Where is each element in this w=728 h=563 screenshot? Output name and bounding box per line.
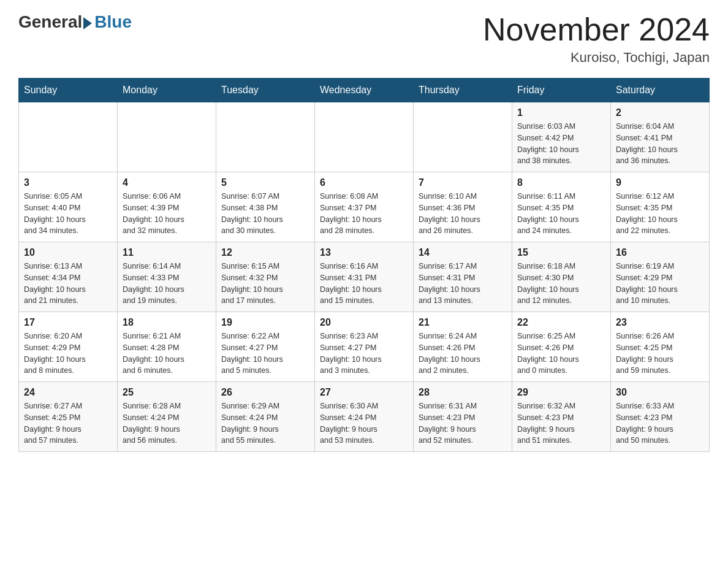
day-number: 4 (123, 177, 211, 188)
day-number: 5 (221, 177, 309, 188)
day-number: 15 (517, 247, 605, 258)
day-number: 23 (616, 317, 704, 328)
day-info: Sunrise: 6:17 AM Sunset: 4:31 PM Dayligh… (419, 261, 507, 307)
day-number: 11 (123, 247, 211, 258)
day-number: 2 (616, 107, 704, 118)
column-header-friday: Friday (512, 79, 611, 102)
day-number: 17 (24, 317, 112, 328)
calendar-week-row: 10Sunrise: 6:13 AM Sunset: 4:34 PM Dayli… (19, 242, 710, 312)
day-number: 16 (616, 247, 704, 258)
day-number: 20 (320, 317, 408, 328)
day-info: Sunrise: 6:22 AM Sunset: 4:27 PM Dayligh… (221, 331, 309, 377)
calendar-cell: 18Sunrise: 6:21 AM Sunset: 4:28 PM Dayli… (118, 312, 216, 382)
calendar-week-row: 17Sunrise: 6:20 AM Sunset: 4:29 PM Dayli… (19, 312, 710, 382)
calendar-cell: 24Sunrise: 6:27 AM Sunset: 4:25 PM Dayli… (19, 382, 118, 452)
day-number: 13 (320, 247, 408, 258)
logo: General Blue (18, 12, 132, 32)
calendar-cell (19, 102, 118, 172)
day-info: Sunrise: 6:16 AM Sunset: 4:31 PM Dayligh… (320, 261, 408, 307)
day-number: 27 (320, 387, 408, 398)
day-info: Sunrise: 6:18 AM Sunset: 4:30 PM Dayligh… (517, 261, 605, 307)
day-number: 10 (24, 247, 112, 258)
calendar-cell: 23Sunrise: 6:26 AM Sunset: 4:25 PM Dayli… (611, 312, 710, 382)
column-header-saturday: Saturday (611, 79, 710, 102)
day-info: Sunrise: 6:25 AM Sunset: 4:26 PM Dayligh… (517, 331, 605, 377)
calendar-cell: 28Sunrise: 6:31 AM Sunset: 4:23 PM Dayli… (414, 382, 512, 452)
day-info: Sunrise: 6:20 AM Sunset: 4:29 PM Dayligh… (24, 331, 112, 377)
day-info: Sunrise: 6:32 AM Sunset: 4:23 PM Dayligh… (517, 400, 605, 446)
day-info: Sunrise: 6:06 AM Sunset: 4:39 PM Dayligh… (123, 191, 211, 237)
calendar-cell: 7Sunrise: 6:10 AM Sunset: 4:36 PM Daylig… (414, 172, 512, 242)
day-info: Sunrise: 6:23 AM Sunset: 4:27 PM Dayligh… (320, 331, 408, 377)
day-info: Sunrise: 6:27 AM Sunset: 4:25 PM Dayligh… (24, 400, 112, 446)
day-number: 9 (616, 177, 704, 188)
calendar-cell: 27Sunrise: 6:30 AM Sunset: 4:24 PM Dayli… (315, 382, 414, 452)
day-info: Sunrise: 6:10 AM Sunset: 4:36 PM Dayligh… (419, 191, 507, 237)
day-number: 29 (517, 387, 605, 398)
day-number: 22 (517, 317, 605, 328)
column-header-wednesday: Wednesday (315, 79, 414, 102)
calendar-cell: 29Sunrise: 6:32 AM Sunset: 4:23 PM Dayli… (512, 382, 611, 452)
calendar-cell: 16Sunrise: 6:19 AM Sunset: 4:29 PM Dayli… (611, 242, 710, 312)
day-info: Sunrise: 6:19 AM Sunset: 4:29 PM Dayligh… (616, 261, 704, 307)
logo-blue-text: Blue (94, 12, 132, 32)
calendar-week-row: 24Sunrise: 6:27 AM Sunset: 4:25 PM Dayli… (19, 382, 710, 452)
day-number: 1 (517, 107, 605, 118)
calendar-cell: 8Sunrise: 6:11 AM Sunset: 4:35 PM Daylig… (512, 172, 611, 242)
calendar-cell: 14Sunrise: 6:17 AM Sunset: 4:31 PM Dayli… (414, 242, 512, 312)
calendar-cell: 6Sunrise: 6:08 AM Sunset: 4:37 PM Daylig… (315, 172, 414, 242)
calendar-cell (414, 102, 512, 172)
calendar-cell: 25Sunrise: 6:28 AM Sunset: 4:24 PM Dayli… (118, 382, 216, 452)
location-label: Kuroiso, Tochigi, Japan (483, 50, 710, 66)
day-number: 26 (221, 387, 309, 398)
logo-general-text: General (18, 12, 82, 32)
day-info: Sunrise: 6:30 AM Sunset: 4:24 PM Dayligh… (320, 400, 408, 446)
calendar-cell: 20Sunrise: 6:23 AM Sunset: 4:27 PM Dayli… (315, 312, 414, 382)
day-info: Sunrise: 6:12 AM Sunset: 4:35 PM Dayligh… (616, 191, 704, 237)
calendar-cell: 2Sunrise: 6:04 AM Sunset: 4:41 PM Daylig… (611, 102, 710, 172)
month-title: November 2024 (483, 12, 710, 47)
day-info: Sunrise: 6:29 AM Sunset: 4:24 PM Dayligh… (221, 400, 309, 446)
calendar-cell: 1Sunrise: 6:03 AM Sunset: 4:42 PM Daylig… (512, 102, 611, 172)
day-number: 28 (419, 387, 507, 398)
page-header: General Blue November 2024 Kuroiso, Toch… (18, 12, 710, 66)
day-info: Sunrise: 6:24 AM Sunset: 4:26 PM Dayligh… (419, 331, 507, 377)
day-number: 8 (517, 177, 605, 188)
day-info: Sunrise: 6:04 AM Sunset: 4:41 PM Dayligh… (616, 121, 704, 167)
day-number: 24 (24, 387, 112, 398)
calendar-cell: 11Sunrise: 6:14 AM Sunset: 4:33 PM Dayli… (118, 242, 216, 312)
calendar-cell: 17Sunrise: 6:20 AM Sunset: 4:29 PM Dayli… (19, 312, 118, 382)
calendar-cell: 3Sunrise: 6:05 AM Sunset: 4:40 PM Daylig… (19, 172, 118, 242)
calendar-cell: 26Sunrise: 6:29 AM Sunset: 4:24 PM Dayli… (216, 382, 315, 452)
day-info: Sunrise: 6:21 AM Sunset: 4:28 PM Dayligh… (123, 331, 211, 377)
day-number: 3 (24, 177, 112, 188)
calendar-week-row: 3Sunrise: 6:05 AM Sunset: 4:40 PM Daylig… (19, 172, 710, 242)
day-info: Sunrise: 6:03 AM Sunset: 4:42 PM Dayligh… (517, 121, 605, 167)
calendar-cell: 10Sunrise: 6:13 AM Sunset: 4:34 PM Dayli… (19, 242, 118, 312)
day-number: 21 (419, 317, 507, 328)
day-number: 14 (419, 247, 507, 258)
calendar-cell: 5Sunrise: 6:07 AM Sunset: 4:38 PM Daylig… (216, 172, 315, 242)
calendar-cell: 22Sunrise: 6:25 AM Sunset: 4:26 PM Dayli… (512, 312, 611, 382)
calendar-header-row: SundayMondayTuesdayWednesdayThursdayFrid… (19, 79, 710, 102)
column-header-tuesday: Tuesday (216, 79, 315, 102)
column-header-monday: Monday (118, 79, 216, 102)
calendar-cell: 4Sunrise: 6:06 AM Sunset: 4:39 PM Daylig… (118, 172, 216, 242)
calendar-cell: 19Sunrise: 6:22 AM Sunset: 4:27 PM Dayli… (216, 312, 315, 382)
day-number: 30 (616, 387, 704, 398)
calendar-cell: 9Sunrise: 6:12 AM Sunset: 4:35 PM Daylig… (611, 172, 710, 242)
calendar-week-row: 1Sunrise: 6:03 AM Sunset: 4:42 PM Daylig… (19, 102, 710, 172)
day-info: Sunrise: 6:07 AM Sunset: 4:38 PM Dayligh… (221, 191, 309, 237)
calendar-cell (118, 102, 216, 172)
calendar-cell: 30Sunrise: 6:33 AM Sunset: 4:23 PM Dayli… (611, 382, 710, 452)
day-number: 25 (123, 387, 211, 398)
day-number: 18 (123, 317, 211, 328)
calendar-cell: 13Sunrise: 6:16 AM Sunset: 4:31 PM Dayli… (315, 242, 414, 312)
calendar-cell: 12Sunrise: 6:15 AM Sunset: 4:32 PM Dayli… (216, 242, 315, 312)
day-info: Sunrise: 6:28 AM Sunset: 4:24 PM Dayligh… (123, 400, 211, 446)
calendar-cell (315, 102, 414, 172)
calendar-table: SundayMondayTuesdayWednesdayThursdayFrid… (18, 78, 710, 452)
day-number: 12 (221, 247, 309, 258)
logo-arrow-icon (83, 17, 92, 29)
day-info: Sunrise: 6:11 AM Sunset: 4:35 PM Dayligh… (517, 191, 605, 237)
